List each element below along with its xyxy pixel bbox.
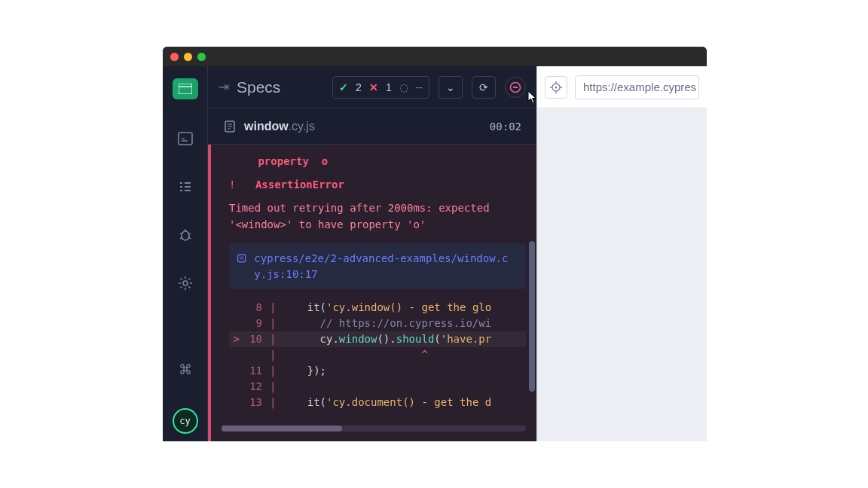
nav-settings-icon[interactable] [176,274,194,292]
window-titlebar[interactable] [163,47,707,66]
nav-runs-icon[interactable] [176,130,194,148]
horizontal-scrollbar[interactable] [222,425,526,432]
keyboard-shortcuts-icon[interactable]: ⌘ [179,361,192,378]
specs-label-text: Specs [237,78,280,96]
main-row: ⌘ cy ⇥ Specs ✓ 2 ✕ 1 ◌ -- ⌄ [163,66,707,441]
nav-debug-icon[interactable] [176,226,194,244]
maximize-window-button[interactable] [197,53,206,61]
test-stats[interactable]: ✓ 2 ✕ 1 ◌ -- [332,76,429,99]
property-label: property [258,155,308,167]
preview-toolbar: https://example.cypres [537,66,707,108]
file-ext: .cy.js [289,120,315,133]
code-line: >10| cy.window().should('have.pr [229,331,526,347]
url-bar[interactable]: https://example.cypres [575,75,699,99]
collapse-icon: ⇥ [219,79,229,95]
error-bang-icon: ! [229,178,235,191]
pass-count: 2 [356,81,362,93]
vertical-scrollbar[interactable] [527,113,536,441]
nav-list-icon[interactable] [176,178,194,196]
selector-playground-button[interactable] [545,76,567,99]
stack-trace-link[interactable]: cypress/e2e/2-advanced-examples/window.c… [229,243,526,289]
code-snippet: 8| it('cy.window() - get the glo9| // ht… [229,300,526,410]
property-value: o [322,155,328,167]
chevron-down-icon: ⌄ [446,81,455,93]
error-message: Timed out retrying after 2000ms: expecte… [229,200,526,233]
code-line: 9| // https://on.cypress.io/wi [229,316,526,331]
cypress-logo-icon[interactable]: cy [173,408,198,434]
code-line: 12| [229,379,526,395]
scrollbar-thumb[interactable] [222,425,342,432]
svg-rect-0 [179,84,192,94]
svg-point-15 [555,86,558,88]
svg-rect-11 [238,255,246,262]
error-panel: property o ! AssertionError Timed out re… [208,145,536,441]
error-title: AssertionError [255,178,344,191]
top-toolbar: ⇥ Specs ✓ 2 ✕ 1 ◌ -- ⌄ ⟳ [208,66,536,108]
vertical-scrollbar-thumb[interactable] [529,241,535,392]
nav-specs-icon[interactable] [173,78,198,99]
app-preview-pane: https://example.cypres [536,66,707,441]
pending-icon: ◌ [399,81,408,93]
reload-button[interactable]: ⟳ [472,76,496,99]
logo-text: cy [179,416,190,426]
file-link-icon [237,252,246,264]
chevron-down-button[interactable]: ⌄ [439,76,463,99]
code-line: 8| it('cy.window() - get the glo [229,300,526,316]
left-nav: ⌘ cy [163,66,208,441]
app-window: ⌘ cy ⇥ Specs ✓ 2 ✕ 1 ◌ -- ⌄ [163,47,707,441]
code-line: 13| it('cy.document() - get the d [229,395,526,410]
file-icon [223,120,237,133]
fail-count: 1 [386,81,392,93]
url-text: https://example.cypres [583,81,696,93]
code-line: 11| }); [229,363,526,379]
minimize-window-button[interactable] [184,53,192,61]
x-icon: ✕ [369,81,378,93]
pending-count: -- [416,81,423,93]
close-window-button[interactable] [170,53,179,61]
specs-heading[interactable]: ⇥ Specs [219,78,280,96]
stop-icon [509,81,521,93]
check-icon: ✓ [339,81,348,93]
svg-point-3 [182,231,189,240]
elapsed-timer: 00:02 [490,120,521,133]
code-line: | ^ [229,347,526,363]
file-name: window [244,120,289,133]
reload-icon: ⟳ [479,81,488,93]
assertion-property-line: property o [229,154,526,169]
preview-body[interactable] [537,108,707,441]
svg-point-4 [183,281,188,285]
assertion-error-title-row: ! AssertionError [229,177,526,193]
stack-path: cypress/e2e/2-advanced-examples/window.c… [254,251,518,282]
stop-button[interactable] [505,77,526,98]
spec-file-header[interactable]: window.cy.js 00:02 [208,108,536,145]
target-icon [550,81,562,93]
center-panel: ⇥ Specs ✓ 2 ✕ 1 ◌ -- ⌄ ⟳ [208,66,536,441]
svg-rect-2 [179,133,192,145]
